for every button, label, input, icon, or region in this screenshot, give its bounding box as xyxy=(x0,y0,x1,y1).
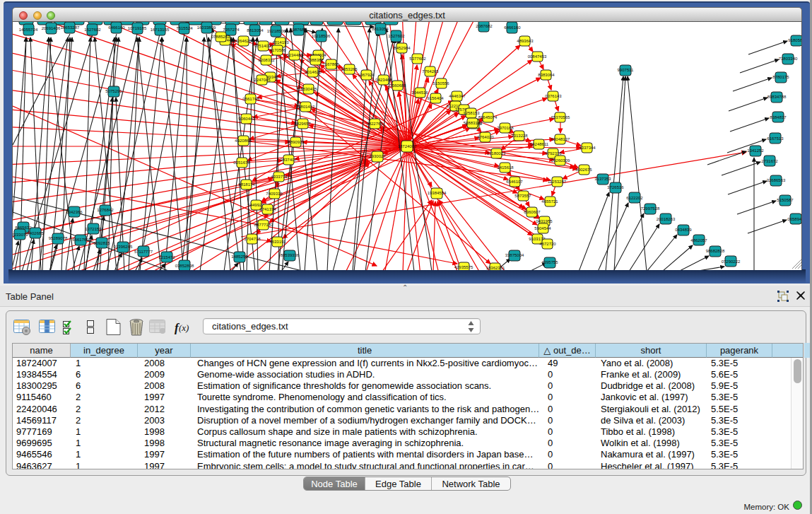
svg-text:0434839: 0434839 xyxy=(675,228,692,232)
svg-text:4655721: 4655721 xyxy=(541,199,558,204)
svg-text:0234483: 0234483 xyxy=(286,53,303,57)
svg-text:0423468: 0423468 xyxy=(375,78,392,82)
svg-text:4264628: 4264628 xyxy=(235,39,252,43)
svg-text:4672720: 4672720 xyxy=(539,242,556,246)
svg-text:6360607: 6360607 xyxy=(524,210,541,214)
svg-text:7167868: 7167868 xyxy=(322,62,339,66)
svg-text:2233079: 2233079 xyxy=(13,233,28,237)
svg-text:7313228: 7313228 xyxy=(511,134,528,138)
svg-text:0342366: 0342366 xyxy=(66,210,83,214)
svg-text:8452984: 8452984 xyxy=(394,46,411,50)
svg-text:16033809: 16033809 xyxy=(197,25,216,30)
svg-text:07290222: 07290222 xyxy=(722,259,741,264)
svg-text:57117777: 57117777 xyxy=(134,250,153,254)
svg-text:03852808: 03852808 xyxy=(175,264,194,268)
svg-text:4862057: 4862057 xyxy=(690,238,707,243)
svg-text:72997528: 72997528 xyxy=(641,206,660,211)
svg-text:4402685: 4402685 xyxy=(27,231,44,235)
svg-text:65370565: 65370565 xyxy=(551,115,570,119)
svg-text:0088387: 0088387 xyxy=(307,58,324,62)
svg-text:10218506: 10218506 xyxy=(312,34,331,38)
svg-text:0561748: 0561748 xyxy=(242,97,259,101)
svg-text:8818174: 8818174 xyxy=(238,182,255,187)
svg-text:0741374: 0741374 xyxy=(259,207,276,211)
svg-text:4920868: 4920868 xyxy=(235,139,252,143)
svg-text:11253287: 11253287 xyxy=(548,180,567,184)
svg-text:6466160: 6466160 xyxy=(504,25,521,30)
svg-text:8384837: 8384837 xyxy=(770,115,787,119)
svg-text:8530435: 8530435 xyxy=(300,87,317,91)
svg-text:5904544: 5904544 xyxy=(534,226,551,230)
svg-text:8813054: 8813054 xyxy=(372,27,389,31)
svg-text:63048137: 63048137 xyxy=(551,137,570,141)
svg-text:4337344: 4337344 xyxy=(579,146,596,150)
svg-text:10653287: 10653287 xyxy=(61,25,80,30)
svg-text:17180023: 17180023 xyxy=(487,151,506,156)
svg-text:19218506: 19218506 xyxy=(267,29,286,33)
svg-text:5377602: 5377602 xyxy=(409,57,426,61)
svg-text:(x): (x) xyxy=(179,322,189,333)
svg-text:9208312: 9208312 xyxy=(258,58,275,62)
svg-text:1067924: 1067924 xyxy=(358,73,375,77)
svg-text:1276842: 1276842 xyxy=(97,208,114,212)
svg-text:32686563: 32686563 xyxy=(767,178,786,182)
svg-text:8780175: 8780175 xyxy=(772,75,789,79)
svg-text:52883143: 52883143 xyxy=(464,121,483,125)
svg-text:2247045: 2247045 xyxy=(254,78,271,82)
svg-text:6122202: 6122202 xyxy=(626,196,643,200)
svg-text:1527602: 1527602 xyxy=(84,28,101,32)
svg-text:3137353: 3137353 xyxy=(594,177,611,181)
svg-text:8890931: 8890931 xyxy=(288,140,305,144)
svg-text:98682828: 98682828 xyxy=(706,249,725,253)
svg-text:6167513: 6167513 xyxy=(767,136,784,141)
svg-text:3560688: 3560688 xyxy=(389,83,406,88)
svg-text:0251678: 0251678 xyxy=(233,160,250,165)
svg-text:1415618: 1415618 xyxy=(497,165,514,170)
svg-text:1341252: 1341252 xyxy=(747,148,764,153)
svg-text:4014193: 4014193 xyxy=(272,40,289,45)
svg-text:07885261: 07885261 xyxy=(211,35,230,39)
svg-text:4633191: 4633191 xyxy=(269,240,286,244)
svg-text:6002675: 6002675 xyxy=(575,168,592,172)
svg-text:19384554: 19384554 xyxy=(428,191,447,195)
svg-text:7764265: 7764265 xyxy=(422,69,439,74)
svg-text:0658948: 0658948 xyxy=(787,217,802,221)
svg-text:04248611: 04248611 xyxy=(530,142,549,146)
svg-text:16713155: 16713155 xyxy=(151,28,170,32)
svg-text:4446347: 4446347 xyxy=(449,94,466,98)
svg-text:0431955: 0431955 xyxy=(536,219,553,223)
svg-text:9792376: 9792376 xyxy=(545,151,562,156)
svg-text:7970168: 7970168 xyxy=(497,126,514,130)
svg-text:20691406: 20691406 xyxy=(42,26,61,30)
svg-text:9907511: 9907511 xyxy=(618,68,635,72)
svg-text:3353265: 3353265 xyxy=(341,67,358,71)
svg-text:09260309: 09260309 xyxy=(551,158,570,163)
svg-text:6546107: 6546107 xyxy=(506,180,523,184)
svg-text:6661760: 6661760 xyxy=(72,238,89,242)
svg-text:1704718: 1704718 xyxy=(244,237,261,241)
svg-text:9060443: 9060443 xyxy=(238,117,255,121)
svg-text:33801412: 33801412 xyxy=(296,105,315,109)
svg-text:5150587: 5150587 xyxy=(777,198,794,202)
svg-text:9180588: 9180588 xyxy=(788,38,802,42)
svg-text:4893643: 4893643 xyxy=(517,39,534,43)
svg-text:3044516: 3044516 xyxy=(411,90,428,95)
svg-text:1485253: 1485253 xyxy=(231,255,248,259)
svg-text:88539336: 88539336 xyxy=(281,253,300,257)
svg-text:20018263: 20018263 xyxy=(657,217,676,221)
svg-text:9156404: 9156404 xyxy=(427,96,444,100)
svg-text:4333776: 4333776 xyxy=(271,175,288,179)
svg-text:4170586: 4170586 xyxy=(269,48,286,52)
svg-text:1372159: 1372159 xyxy=(85,227,102,231)
svg-text:5075291: 5075291 xyxy=(105,89,122,93)
svg-text:2087682: 2087682 xyxy=(290,28,307,32)
svg-text:01396245: 01396245 xyxy=(114,245,133,249)
svg-text:1215472: 1215472 xyxy=(158,255,175,259)
svg-text:8383064: 8383064 xyxy=(538,73,555,77)
svg-text:7409319: 7409319 xyxy=(266,192,283,196)
svg-text:7357274: 7357274 xyxy=(223,28,240,32)
svg-text:6764020: 6764020 xyxy=(477,135,494,139)
svg-text:1527602: 1527602 xyxy=(388,34,405,38)
svg-text:9829657: 9829657 xyxy=(294,122,311,126)
svg-text:4395755: 4395755 xyxy=(541,260,558,264)
